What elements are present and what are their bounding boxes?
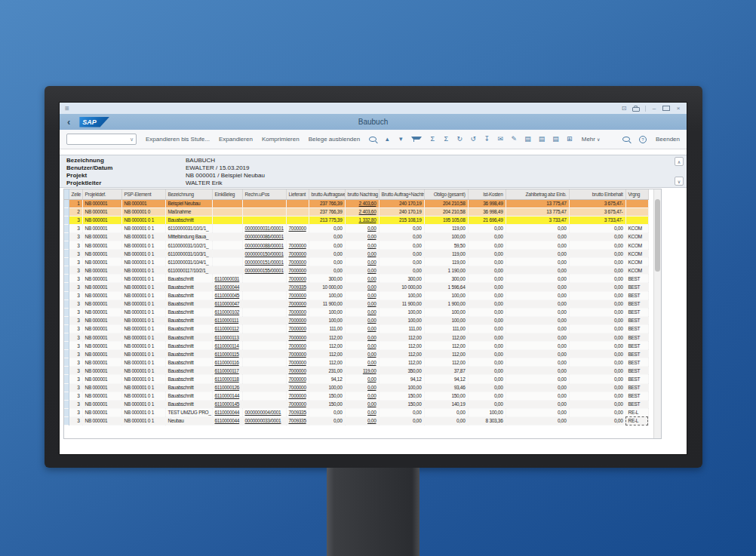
cell-nachtrag[interactable]: 0,00 <box>345 241 379 249</box>
column-header-psp[interactable]: PSP-Element <box>121 189 165 199</box>
print-icon[interactable]: ▤ <box>524 136 531 143</box>
column-header-lieferant[interactable]: Lieferant <box>286 189 309 199</box>
cell-nachtrag[interactable]: 0,00 <box>345 392 379 400</box>
cell-rechn_upos[interactable]: 0000000004/0001 <box>242 408 286 416</box>
cell-lieferant[interactable]: 7000000 <box>286 291 309 300</box>
column-header-auftragswert[interactable]: brutto Auftragswert <box>309 189 345 199</box>
close-icon[interactable]: × <box>675 106 681 112</box>
cell-lieferant[interactable]: 7000000 <box>286 300 309 308</box>
mail-icon[interactable]: ✉ <box>497 136 503 143</box>
panel-scroll-up-button[interactable]: ∧ <box>675 157 684 166</box>
cell-einkbeleg[interactable]: 6110000145 <box>212 400 242 408</box>
cell-nachtrag[interactable]: 1 332,80 <box>345 216 379 224</box>
column-header-einkbeleg[interactable]: EinkBeleg <box>212 189 242 199</box>
column-header-bezeichnung[interactable]: Bezeichnung <box>165 189 212 199</box>
toolbar-button[interactable]: Komprimieren <box>262 136 300 143</box>
cell-nachtrag[interactable]: 0,00 <box>345 375 379 383</box>
column-header-projektdef[interactable]: Projektdef. <box>82 189 121 199</box>
cell-lieferant[interactable]: 7000000 <box>286 250 309 258</box>
cell-einkbeleg[interactable]: 6110000111 <box>212 316 242 324</box>
cell-einkbeleg[interactable]: 6110000126 <box>212 383 242 392</box>
cell-lieferant[interactable]: 7000000 <box>286 258 309 266</box>
cell-nachtrag[interactable]: 0,00 <box>345 316 379 324</box>
cell-nachtrag[interactable]: 119,00 <box>345 367 379 375</box>
cell-nachtrag[interactable]: 0,00 <box>345 358 379 367</box>
column-header-zahlbetrag[interactable]: Zahlbetrag abz Einb. <box>506 189 569 199</box>
cell-einkbeleg[interactable]: 6110000116 <box>212 358 242 367</box>
toolbar-button[interactable]: Belege ausblenden <box>309 136 361 143</box>
sort-descending-icon[interactable]: ▾ <box>398 136 404 143</box>
cell-nachtrag[interactable]: 0,00 <box>345 232 379 241</box>
cell-einkbeleg[interactable]: 6110000102 <box>212 308 242 316</box>
column-header-vrgng[interactable]: Vrgng <box>625 189 648 199</box>
search-icon[interactable] <box>369 137 376 142</box>
cell-einkbeleg[interactable]: 6110000044 <box>212 416 242 425</box>
column-header-zeile[interactable]: Zeile <box>69 189 82 199</box>
column-header-nachtrag[interactable]: brutto Nachtrag <box>345 189 379 199</box>
cell-nachtrag[interactable]: 0,00 <box>345 291 379 300</box>
subtotal-icon[interactable]: Σ <box>443 136 449 143</box>
print-preview-icon[interactable]: ▤ <box>539 136 545 143</box>
panel-scroll-down-button[interactable]: ∨ <box>675 177 684 186</box>
cell-lieferant[interactable]: 7000000 <box>286 383 309 392</box>
cell-rechn_upos[interactable]: 0000000086/00001 <box>242 232 286 241</box>
cell-rechn_upos[interactable]: 0000000088/00001 <box>242 241 286 249</box>
cell-lieferant[interactable]: 7000000 <box>286 324 309 333</box>
cell-lieferant[interactable]: 7000000 <box>286 241 309 249</box>
cell-lieferant[interactable]: 7000000 <box>286 358 309 367</box>
cell-lieferant[interactable]: 7000000 <box>286 266 309 275</box>
help-icon[interactable]: ? <box>639 136 647 143</box>
cell-rechn_upos[interactable]: 0000000151/00001 <box>242 258 286 266</box>
cell-einkbeleg[interactable]: 6110000047 <box>212 300 242 308</box>
restore-icon[interactable] <box>662 106 670 111</box>
cell-einkbeleg[interactable]: 6110000112 <box>212 324 242 333</box>
table-view-icon[interactable]: ⊞ <box>567 136 573 143</box>
cell-nachtrag[interactable]: 0,00 <box>345 400 379 408</box>
cell-lieferant[interactable]: 7000000 <box>286 308 309 316</box>
cell-einkbeleg[interactable]: 6110000044 <box>212 408 242 416</box>
cell-einkbeleg[interactable]: 6110000118 <box>212 375 242 383</box>
toolbar-button[interactable]: Expandieren bis Stufe... <box>146 136 210 143</box>
print-settings-icon[interactable]: ▤ <box>552 136 559 143</box>
cell-einkbeleg[interactable]: 6110000114 <box>212 342 242 350</box>
cell-lieferant[interactable]: 7000000 <box>286 350 309 358</box>
hamburger-menu-icon[interactable]: ≡ <box>65 104 69 112</box>
sum-icon[interactable]: Σ <box>429 136 435 143</box>
cell-rechn_upos[interactable]: 0000000155/00001 <box>242 266 286 275</box>
column-header-einbehalt[interactable]: brutto Einbehalt <box>569 189 625 199</box>
cell-nachtrag[interactable]: 2 403,60 <box>345 207 379 216</box>
column-header-rechn_upos[interactable]: Rechn.uPos <box>242 189 286 199</box>
cell-rechn_upos[interactable]: 0000000150/00001 <box>242 250 286 258</box>
cell-nachtrag[interactable]: 0,00 <box>345 275 379 283</box>
download-icon[interactable]: ↧ <box>484 136 490 143</box>
cell-einkbeleg[interactable]: 6110000117 <box>212 367 242 375</box>
cell-einkbeleg[interactable]: 6110000115 <box>212 350 242 358</box>
cell-nachtrag[interactable]: 0,00 <box>345 258 379 266</box>
cell-einkbeleg[interactable]: 6110000045 <box>212 291 242 300</box>
cell-nachtrag[interactable]: 0,00 <box>345 416 379 425</box>
column-header-auftrag_nachtrag[interactable]: Brutto Auftrag+Nachtrag <box>379 189 424 199</box>
filter-icon[interactable] <box>411 137 422 140</box>
cell-lieferant[interactable]: 7000000 <box>286 224 309 232</box>
cell-lieferant[interactable]: 7000000 <box>286 400 309 408</box>
cell-rechn_upos[interactable]: 0000000031/00001 <box>242 224 286 232</box>
cell-einkbeleg[interactable]: 6110000113 <box>212 333 242 342</box>
cell-einkbeleg[interactable]: 6110000044 <box>212 283 242 291</box>
more-button[interactable]: Mehr ∨ <box>582 136 601 143</box>
sort-ascending-icon[interactable]: ▴ <box>384 136 390 143</box>
cell-nachtrag[interactable]: 0,00 <box>345 408 379 416</box>
cell-nachtrag[interactable]: 0,00 <box>345 300 379 308</box>
cell-nachtrag[interactable]: 0,00 <box>345 383 379 392</box>
cell-nachtrag[interactable]: 0,00 <box>345 224 379 232</box>
cell-lieferant[interactable]: 7000000 <box>286 375 309 383</box>
cell-nachtrag[interactable]: 0,00 <box>345 250 379 258</box>
cell-nachtrag[interactable]: 0,00 <box>345 266 379 275</box>
cell-nachtrag[interactable]: 0,00 <box>345 350 379 358</box>
refresh-icon[interactable]: ↻ <box>456 136 463 143</box>
cell-einkbeleg[interactable]: 6110000144 <box>212 392 242 400</box>
cell-einkbeleg[interactable]: 6110000031 <box>212 275 242 283</box>
cell-nachtrag[interactable]: 0,00 <box>345 324 379 333</box>
cell-nachtrag[interactable]: 0,00 <box>345 333 379 342</box>
session-lock-icon[interactable] <box>632 107 640 112</box>
refresh-all-icon[interactable]: ↺ <box>470 136 476 143</box>
